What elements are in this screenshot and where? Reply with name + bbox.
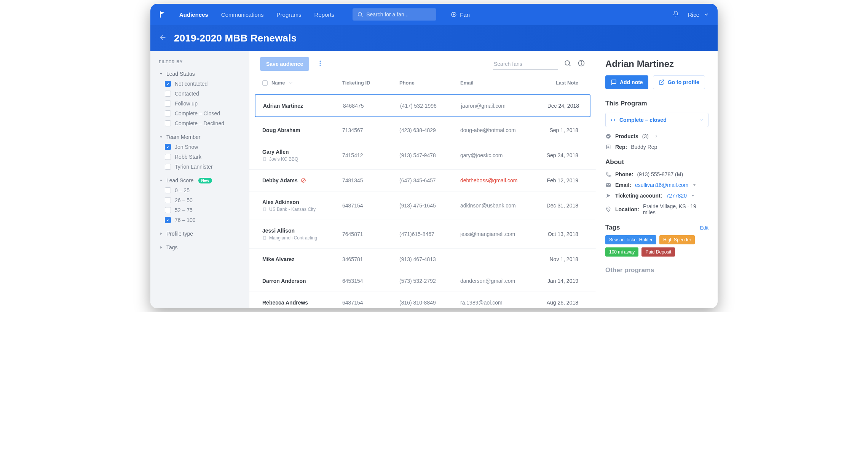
row-name: Gary Allen <box>262 149 342 155</box>
checkbox[interactable] <box>165 154 171 160</box>
table-row[interactable]: Mike Alvarez3465781(913) 467-4813Nov 1, … <box>249 249 596 270</box>
filter-group-header[interactable]: Lead Status <box>159 71 242 77</box>
table-row[interactable]: Gary AllenJoe's KC BBQ7415412(913) 547-9… <box>249 141 596 170</box>
svg-point-12 <box>320 63 321 64</box>
checkbox[interactable] <box>165 197 171 203</box>
checkbox[interactable] <box>165 217 171 223</box>
tags-edit-link[interactable]: Edit <box>700 225 708 231</box>
global-search[interactable] <box>353 8 436 21</box>
checkbox[interactable] <box>165 187 171 193</box>
row-phone: (647) 345-6457 <box>399 177 460 183</box>
note-icon <box>611 79 617 85</box>
checkbox[interactable] <box>165 100 171 107</box>
checkbox[interactable] <box>165 110 171 116</box>
table-row[interactable]: Rebecca Andrews6487154(816) 810-8849ra.1… <box>249 292 596 308</box>
about-phone-label: Phone: <box>615 171 633 177</box>
nav-link-reports[interactable]: Reports <box>314 5 335 25</box>
caret-down-icon[interactable] <box>692 183 697 187</box>
row-last-note: Dec 31, 2018 <box>536 203 578 209</box>
checkbox[interactable] <box>165 81 171 87</box>
row-last-note: Jan 14, 2019 <box>536 278 578 284</box>
filter-option[interactable]: 76 – 100 <box>165 217 242 223</box>
back-button[interactable] <box>159 33 167 43</box>
filter-option[interactable]: 0 – 25 <box>165 187 242 193</box>
nav-link-programs[interactable]: Programs <box>277 5 302 25</box>
checkbox[interactable] <box>165 207 171 213</box>
add-note-button[interactable]: Add note <box>605 75 648 89</box>
filter-option-label: Follow up <box>175 100 198 107</box>
tag[interactable]: High Spender <box>659 235 695 244</box>
search-icon <box>564 59 571 67</box>
col-phone[interactable]: Phone <box>399 80 460 86</box>
about-ticketing-label: Ticketing account: <box>615 193 662 199</box>
filter-group-header[interactable]: Tags <box>159 244 242 250</box>
ticket-icon <box>605 193 611 199</box>
filter-group-header[interactable]: Team Member <box>159 134 242 140</box>
col-last-note[interactable]: Last Note <box>536 80 578 86</box>
go-to-profile-button[interactable]: Go to profile <box>653 75 705 89</box>
filter-option[interactable]: 52 – 75 <box>165 207 242 213</box>
add-fan-button[interactable]: Fan <box>451 11 470 18</box>
checkbox[interactable] <box>165 164 171 170</box>
row-name: Doug Abraham <box>262 127 342 133</box>
about-email-value[interactable]: esullivan16@mail.com <box>635 182 688 188</box>
table-row[interactable]: Adrian Martinez8468475(417) 532-1996jaar… <box>255 94 590 117</box>
global-search-input[interactable] <box>366 11 432 18</box>
filter-option[interactable]: Complete – Declined <box>165 120 242 126</box>
col-ticketing-id[interactable]: Ticketing ID <box>342 80 399 86</box>
top-right-controls: Rice <box>673 11 709 18</box>
filter-option[interactable]: Complete – Closed <box>165 110 242 116</box>
filter-group-header[interactable]: Profile type <box>159 231 242 237</box>
filter-option[interactable]: Follow up <box>165 100 242 107</box>
user-menu[interactable]: Rice <box>688 11 709 18</box>
about-phone: Phone: (913) 555-8787 (M) <box>605 171 708 177</box>
checkbox[interactable] <box>165 120 171 126</box>
tag[interactable]: Paid Deposit <box>641 247 675 257</box>
notifications-button[interactable] <box>673 11 679 18</box>
checkbox[interactable] <box>165 91 171 97</box>
filter-option[interactable]: Not contacted <box>165 81 242 87</box>
filter-option-label: Robb Stark <box>175 154 201 160</box>
fan-search-button[interactable] <box>564 59 571 69</box>
add-note-label: Add note <box>620 79 643 85</box>
caret-down-icon[interactable] <box>691 193 695 198</box>
program-status-select[interactable]: Complete – closed <box>605 113 708 127</box>
main-content: Save audience <box>249 51 596 308</box>
more-actions-button[interactable] <box>314 57 326 70</box>
row-ticketing-id: 7481345 <box>342 177 399 183</box>
table-row[interactable]: Alex AdkinsonUS Bank - Kansas City648715… <box>249 191 596 220</box>
sort-icon[interactable] <box>289 81 293 85</box>
table-row[interactable]: Debby Adams 7481345(647) 345-6457debtheb… <box>249 170 596 191</box>
filter-option[interactable]: Jon Snow <box>165 144 242 150</box>
row-email: adkinson@usbank.com <box>460 203 536 209</box>
nav-link-audiences[interactable]: Audiences <box>179 5 208 25</box>
table-row[interactable]: Jessi AllisonMangiameli Contracting76458… <box>249 220 596 249</box>
filter-option[interactable]: Robb Stark <box>165 154 242 160</box>
checkcircle-icon <box>605 133 611 139</box>
about-ticketing-value[interactable]: 7277820 <box>666 193 687 199</box>
select-all-checkbox[interactable] <box>262 80 268 86</box>
tag[interactable]: Season Ticket Holder <box>605 235 656 244</box>
fan-search-input[interactable] <box>493 59 558 70</box>
products-row[interactable]: Products (3) <box>605 133 708 139</box>
external-link-icon <box>659 79 665 85</box>
svg-point-33 <box>608 146 609 147</box>
body-layout: FILTER BY Lead StatusNot contactedContac… <box>150 51 718 308</box>
row-ticketing-id: 7134567 <box>342 127 399 133</box>
filter-group-header[interactable]: Lead ScoreNew <box>159 177 242 183</box>
filter-option[interactable]: 26 – 50 <box>165 197 242 203</box>
filter-option[interactable]: Contacted <box>165 91 242 97</box>
checkbox[interactable] <box>165 144 171 150</box>
col-email[interactable]: Email <box>460 80 536 86</box>
user-name: Rice <box>688 11 699 18</box>
row-last-note: Oct 13, 2018 <box>536 231 578 237</box>
filter-option[interactable]: Tyrion Lannister <box>165 164 242 170</box>
nav-link-communications[interactable]: Communications <box>221 5 264 25</box>
col-name[interactable]: Name <box>271 80 285 86</box>
table-row[interactable]: Doug Abraham7134567(423) 638-4829doug-ab… <box>249 120 596 141</box>
table-row[interactable]: Darron Anderson6453154(573) 532-2792dand… <box>249 270 596 292</box>
tag[interactable]: 100 mi away <box>605 247 638 257</box>
save-audience-button[interactable]: Save audience <box>260 57 309 71</box>
info-button[interactable] <box>578 59 585 69</box>
program-status-value: Complete – closed <box>619 117 667 123</box>
